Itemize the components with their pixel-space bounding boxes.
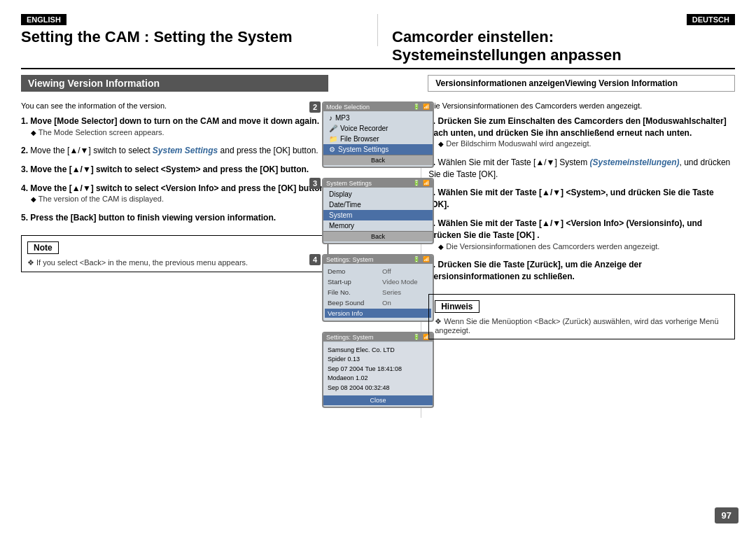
deutsch-step-3: 3. Wählen Sie mit der Taste [▲/▼] <Syste… [428,187,735,211]
screen-3-back: Back [323,231,433,241]
main-content: You can see the information of the versi… [21,101,735,419]
screen-3-system: System [323,210,433,220]
screen-4-row-version: Version Info [325,309,431,318]
screen-4: Settings: System 🔋📶 DemoOff Start-upVide… [322,254,434,322]
english-intro: You can see the information of the versi… [21,101,328,110]
screen-4-row-startup: Start-upVideo Mode [325,277,431,286]
screen-3-display: Display [323,189,433,199]
screen-2-body: ♪MP3 🎤Voice Recorder 📁File Browser ⚙Syst… [323,111,433,167]
screen-3: System Settings 🔋📶 Display Date/Time Sys… [322,178,434,244]
right-main-title: Camcorder einstellen: Systemeinstellunge… [392,28,735,65]
section-headers: Viewing Version Information Versionsinfo… [21,75,735,97]
deutsch-intro: Die Versionsinformationen des Camcorders… [428,101,735,110]
right-header: DEUTSCH Camcorder einstellen: Systemeins… [378,14,735,65]
screen-4-step-num: 4 [309,254,321,265]
deutsch-badge: DEUTSCH [687,14,735,25]
header: ENGLISH Setting the CAM : Setting the Sy… [21,14,735,69]
english-step-4: 4. Move the [▲/▼] switch to select <Vers… [21,183,328,205]
english-section-title: Viewing Version Information [21,75,328,92]
screen-4-row-demo: DemoOff [325,267,431,276]
english-badge: ENGLISH [21,14,363,28]
note-box: Note ❖ If you select <Back> in the menu,… [21,235,328,272]
screen-5: Settings: System 🔋📶 Samsung Elec. Co. LT… [322,332,434,409]
screen-2-item-system: ⚙System Settings [323,144,433,155]
screen-2-item-mp3: ♪MP3 [323,113,433,123]
deutsch-section-title: Versionsinformationen anzeigenViewing Ve… [428,75,735,92]
version-info-box: Samsung Elec. Co. LTD Spider 0.13 Sep 07… [323,343,433,396]
close-button[interactable]: Close [323,395,433,405]
deutsch-steps: Die Versionsinformationen des Camcorders… [421,101,735,419]
screen-3-memory: Memory [323,220,433,231]
screen-3-step-num: 3 [309,178,321,189]
page: ENGLISH Setting the CAM : Setting the Sy… [0,0,756,534]
screen-2-container: 2 Mode Selection 🔋📶 ♪MP3 🎤Voice Recorder [322,101,434,174]
left-header: ENGLISH Setting the CAM : Setting the Sy… [21,14,378,46]
english-step-3: 3. Move the [▲/▼] switch to select <Syst… [21,164,328,176]
deutsch-step-4: 4. Wählen Sie mit der Taste [▲/▼] <Versi… [428,218,735,252]
screen-4-container: 4 Settings: System 🔋📶 DemoOff Start-upVi… [322,254,434,328]
screen-5-body: Samsung Elec. Co. LTD Spider 0.13 Sep 07… [323,342,433,407]
english-steps: You can see the information of the versi… [21,101,335,419]
screen-3-container: 3 System Settings 🔋📶 Display Date/Time S… [322,178,434,250]
english-step-1: 1. Move [Mode Selector] down to turn on … [21,115,328,138]
screen-4-row-beep: Beep SoundOn [325,298,431,307]
screen-2: Mode Selection 🔋📶 ♪MP3 🎤Voice Recorder 📁… [322,101,434,168]
screen-2-step-num: 2 [309,101,321,113]
english-step-2: 2. Move the [▲/▼] switch to select Syste… [21,145,328,157]
screen-4-header: Settings: System 🔋📶 [323,255,433,264]
left-main-title: Setting the CAM : Setting the System [21,28,363,46]
hinweis-box: Hinweis ❖ Wenn Sie die Menüoption <Back>… [428,294,735,339]
note-text: ❖ If you select <Back> in the menu, the … [27,258,322,267]
screen-2-back: Back [323,155,433,165]
screen-4-body: DemoOff Start-upVideo Mode File No.Serie… [323,264,433,321]
hinweis-text: ❖ Wenn Sie die Menüoption <Back> (Zurück… [435,317,729,335]
screen-2-item-file: 📁File Browser [323,134,433,144]
screen-5-container: Settings: System 🔋📶 Samsung Elec. Co. LT… [322,332,434,414]
deutsch-step-5: 5. Drücken Sie die Taste [Zurück], um di… [428,259,735,283]
screens-area: 2 Mode Selection 🔋📶 ♪MP3 🎤Voice Recorder [335,101,421,419]
screen-2-header: Mode Selection 🔋📶 [323,103,433,111]
deutsch-step-2: 2. Wählen Sie mit der Taste [▲/▼] System… [428,157,735,181]
screen-3-header: System Settings 🔋📶 [323,179,433,188]
screen-3-datetime: Date/Time [323,199,433,210]
deutsch-step-1: 1. Drücken Sie zum Einschalten des Camco… [428,115,735,150]
page-number: 97 [715,507,738,524]
screen-5-header: Settings: System 🔋📶 [323,333,433,342]
screen-4-row-fileno: File No.Series [325,288,431,297]
screen-3-body: Display Date/Time System Memory Back [323,188,433,243]
note-title: Note [27,241,59,254]
screen-2-item-voice: 🎤Voice Recorder [323,123,433,134]
hinweis-title: Hinweis [435,300,479,313]
english-step-5: 5. Press the [Back] button to finish vie… [21,212,328,224]
